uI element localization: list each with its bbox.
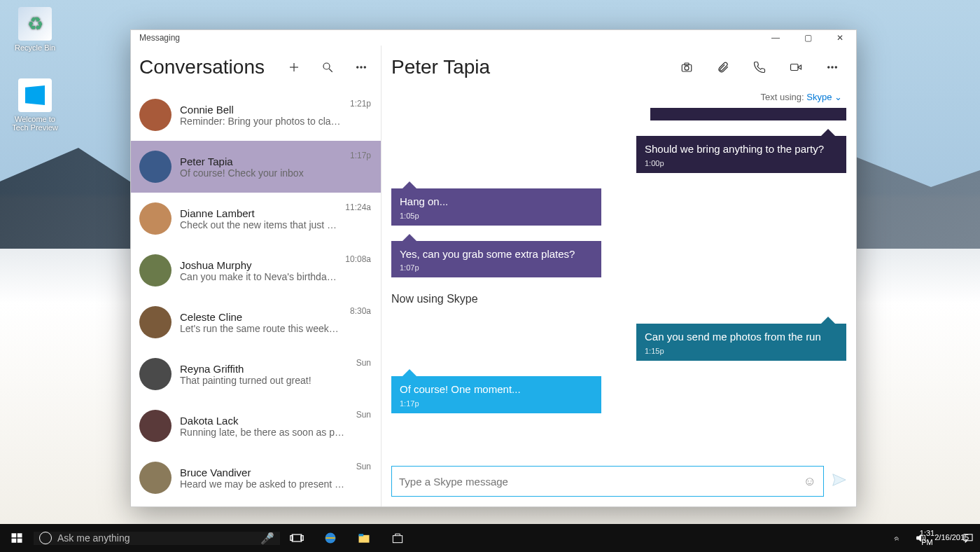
compose-box[interactable]: ☺ xyxy=(391,466,824,497)
conversation-item[interactable]: Reyna GriffithThat painting turned out g… xyxy=(131,348,381,400)
avatar xyxy=(139,254,172,287)
conversation-name: Reyna Griffith xyxy=(180,363,348,375)
svg-point-8 xyxy=(685,66,689,70)
chat-more-button[interactable] xyxy=(816,53,849,81)
conversation-time: 1:21p xyxy=(350,99,371,109)
conversation-item[interactable]: Peter TapiaOf course! Check your inbox1:… xyxy=(131,141,381,193)
message-time: 1:15p xyxy=(645,347,838,355)
conversation-preview: Let's run the same route this weekend xyxy=(180,323,342,334)
message-time: 1:07p xyxy=(400,263,593,272)
call-button[interactable] xyxy=(743,53,776,81)
message-bubble: Should we bring anything to the party?1:… xyxy=(636,136,846,173)
compose-row: ☺ xyxy=(382,459,856,506)
svg-rect-20 xyxy=(292,534,301,541)
conversation-name: Bruce Vandiver xyxy=(180,467,348,478)
avatar xyxy=(139,358,172,390)
message-time: 1:17p xyxy=(400,399,593,408)
store-taskbar-icon[interactable] xyxy=(381,524,414,552)
video-call-button[interactable] xyxy=(779,53,813,81)
explorer-taskbar-icon[interactable] xyxy=(347,524,381,552)
svg-rect-17 xyxy=(18,533,22,537)
message-text: Should we bring anything to the party? xyxy=(645,143,838,156)
task-view-button[interactable] xyxy=(280,524,314,552)
conversation-preview: That painting turned out great! xyxy=(180,375,348,386)
emoji-icon[interactable]: ☺ xyxy=(804,474,816,489)
avatar xyxy=(139,410,172,442)
svg-rect-10 xyxy=(791,64,799,71)
search-button[interactable] xyxy=(314,53,342,81)
avatar xyxy=(139,99,172,131)
taskbar: Ask me anything 🎤 ᨑ 1:31 PM 2/16/2015 xyxy=(0,524,980,552)
conversation-name: Dianne Lambert xyxy=(180,207,337,219)
window-title: Messaging xyxy=(139,33,180,43)
svg-point-4 xyxy=(357,67,358,68)
minimize-button[interactable]: — xyxy=(760,30,792,46)
svg-rect-28 xyxy=(964,534,972,541)
more-button[interactable] xyxy=(347,53,375,81)
avatar xyxy=(139,151,172,183)
conversation-name: Joshua Murphy xyxy=(180,259,337,271)
conversations-list[interactable]: Connie BellReminder: Bring your photos t… xyxy=(131,89,381,506)
conversation-item[interactable]: Connie BellReminder: Bring your photos t… xyxy=(131,89,381,141)
conversation-item[interactable]: Joshua MurphyCan you make it to Neva's b… xyxy=(131,244,381,296)
conversation-name: Celeste Cline xyxy=(180,311,342,323)
svg-point-13 xyxy=(832,67,833,68)
tray-up-icon[interactable]: ᨑ xyxy=(885,524,909,552)
message-time: 1:05p xyxy=(400,212,593,220)
svg-marker-15 xyxy=(833,474,846,486)
desktop: Recycle Bin Welcome to Tech Preview Mess… xyxy=(0,0,980,552)
conversation-time: 10:08a xyxy=(345,254,371,264)
taskbar-search[interactable]: Ask me anything 🎤 xyxy=(34,532,280,545)
conversation-item[interactable]: Dakota LackRunning late, be there as soo… xyxy=(131,400,381,452)
svg-point-6 xyxy=(364,67,365,68)
conversation-preview: Can you make it to Neva's birthday party… xyxy=(180,271,337,282)
chat-contact-name: Peter Tapia xyxy=(391,56,667,78)
recycle-bin-icon[interactable]: Recycle Bin xyxy=(10,7,60,52)
message-text: Hang on... xyxy=(400,195,593,209)
conversation-item[interactable]: Celeste ClineLet's run the same route th… xyxy=(131,296,381,348)
conversation-time: 1:17p xyxy=(350,151,371,160)
svg-marker-11 xyxy=(798,65,802,69)
titlebar[interactable]: Messaging — ▢ ✕ xyxy=(131,30,856,46)
attach-button[interactable] xyxy=(706,53,740,81)
action-center-button[interactable] xyxy=(956,524,980,552)
svg-rect-22 xyxy=(301,536,303,541)
chat-body[interactable]: Should we bring anything to the party?1:… xyxy=(382,108,856,459)
avatar xyxy=(139,202,172,235)
start-button[interactable] xyxy=(0,524,34,552)
message-bubble: Hang on...1:05p xyxy=(391,188,601,226)
conversation-time: 8:30a xyxy=(350,306,371,316)
svg-point-12 xyxy=(828,67,830,68)
message-text: Of course! One moment... xyxy=(400,383,593,396)
cortana-icon xyxy=(39,532,52,544)
avatar xyxy=(139,306,172,338)
conversation-preview: Running late, be there as soon as possib… xyxy=(180,427,348,438)
text-using-label: Text using: xyxy=(760,92,804,102)
message-bubble: Yes, can you grab some extra plates?1:07… xyxy=(391,241,601,278)
new-conversation-button[interactable] xyxy=(280,53,308,81)
svg-rect-21 xyxy=(290,536,293,541)
close-button[interactable]: ✕ xyxy=(824,30,856,46)
chevron-down-icon: ⌄ xyxy=(834,92,842,102)
conversation-time: 11:24a xyxy=(345,202,371,212)
maximize-button[interactable]: ▢ xyxy=(792,30,824,46)
messaging-window: Messaging — ▢ ✕ Conversations xyxy=(130,29,857,507)
text-using-row[interactable]: Text using: Skype ⌄ xyxy=(382,89,856,108)
conversation-preview: Heard we may be asked to present at the … xyxy=(180,478,348,490)
svg-rect-25 xyxy=(359,534,364,536)
conversation-preview: Check out the new items that just arrive… xyxy=(180,219,337,230)
conversation-item[interactable]: Dianne LambertCheck out the new items th… xyxy=(131,193,381,244)
camera-button[interactable] xyxy=(670,53,704,81)
svg-point-14 xyxy=(835,67,836,68)
mic-icon[interactable]: 🎤 xyxy=(260,532,274,545)
send-button[interactable] xyxy=(831,472,846,490)
text-using-value[interactable]: Skype xyxy=(806,92,832,102)
compose-input[interactable] xyxy=(399,476,804,488)
taskbar-clock[interactable]: 1:31 PM 2/16/2015 xyxy=(932,524,956,552)
ie-taskbar-icon[interactable] xyxy=(314,524,347,552)
message-time: 1:00p xyxy=(645,159,838,167)
svg-rect-9 xyxy=(685,63,689,65)
conversation-item[interactable]: Bruce VandiverHeard we may be asked to p… xyxy=(131,452,381,504)
tech-preview-icon[interactable]: Welcome to Tech Preview xyxy=(10,78,60,132)
message-text: Can you send me photos from the run xyxy=(645,331,838,344)
